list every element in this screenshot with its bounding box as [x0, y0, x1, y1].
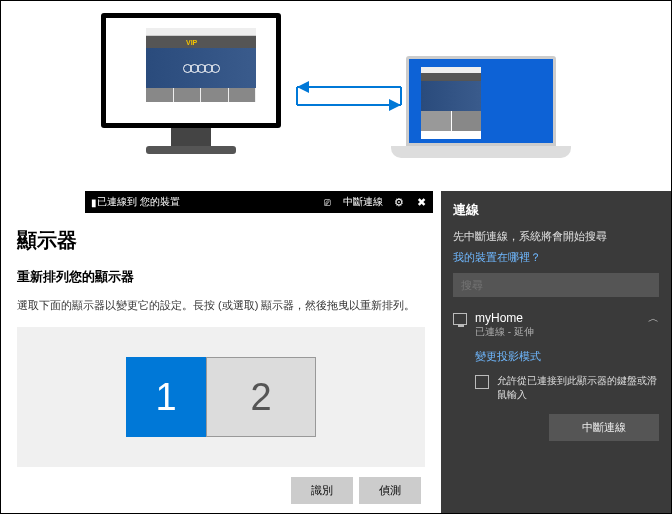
connect-subtitle: 先中斷連線，系統將會開始搜尋	[453, 229, 659, 244]
section-heading: 重新排列您的顯示器	[17, 268, 425, 286]
connect-panel: 連線 先中斷連線，系統將會開始搜尋 我的裝置在哪裡？ myHome 已連線 - …	[441, 191, 671, 513]
change-projection-mode-link[interactable]: 變更投影模式	[475, 349, 659, 364]
mini-browser-graphic: VIP	[146, 28, 256, 108]
allow-input-label: 允許從已連接到此顯示器的鍵盤或滑鼠輸入	[497, 374, 659, 402]
connect-title: 連線	[453, 201, 659, 219]
monitor-icon	[453, 313, 467, 325]
desktop-monitor-graphic: VIP	[101, 13, 281, 163]
display-settings-panel: ▮ 已連線到 您的裝置 ⎚ 中斷連線 ⚙ ✖ 顯示器 重新排列您的顯示器 選取下…	[1, 191, 441, 513]
cast-icon[interactable]: ⎚	[321, 196, 333, 208]
search-input[interactable]	[453, 273, 659, 297]
laptop-graphic	[391, 56, 571, 158]
disconnect-button[interactable]: 中斷連線	[549, 414, 659, 441]
identify-button[interactable]: 識別	[291, 477, 353, 504]
where-is-device-link[interactable]: 我的裝置在哪裡？	[453, 250, 659, 265]
page-title: 顯示器	[17, 227, 425, 254]
chevron-up-icon: ︿	[648, 311, 659, 326]
section-description: 選取下面的顯示器以變更它的設定。長按 (或選取) 顯示器，然後拖曳以重新排列。	[17, 298, 425, 313]
allow-input-checkbox[interactable]	[475, 375, 489, 389]
titlebar-text: 已連線到 您的裝置	[97, 195, 321, 209]
detect-button[interactable]: 偵測	[359, 477, 421, 504]
display-2[interactable]: 2	[206, 357, 316, 437]
display-arrange-area[interactable]: 1 2	[17, 327, 425, 467]
connection-illustration: VIP	[1, 1, 671, 191]
device-name: myHome	[475, 311, 534, 325]
projection-titlebar: ▮ 已連線到 您的裝置 ⎚ 中斷連線 ⚙ ✖	[85, 191, 433, 213]
gear-icon[interactable]: ⚙	[393, 196, 405, 208]
titlebar-disconnect-button[interactable]: 中斷連線	[343, 196, 383, 208]
device-status: 已連線 - 延伸	[475, 325, 534, 339]
display-1[interactable]: 1	[126, 357, 206, 437]
device-item[interactable]: myHome 已連線 - 延伸 ︿	[453, 311, 659, 339]
vip-label: VIP	[186, 39, 197, 46]
pin-icon[interactable]: ✖	[415, 196, 427, 208]
